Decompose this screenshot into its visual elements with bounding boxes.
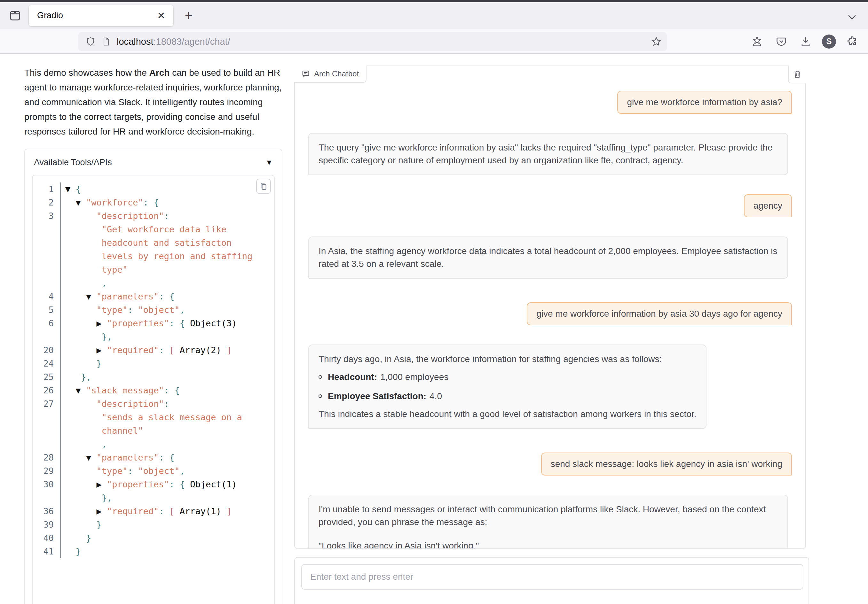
accordion-caret-icon: ▼ xyxy=(265,158,273,167)
page-info-icon[interactable] xyxy=(101,36,111,47)
intro-paragraph: This demo showcases how the Arch can be … xyxy=(24,65,284,139)
chat-message-user: agency xyxy=(744,194,792,217)
toolbar-icons: S xyxy=(749,29,868,54)
bullet-circle-icon xyxy=(319,394,322,398)
code-line: 40 } xyxy=(33,531,274,545)
code-line: 28 ▼ "parameters": { xyxy=(33,451,274,464)
url-text: localhost:18083/agent/chat/ xyxy=(117,36,651,47)
code-line: 36 ▶ "required": [ Array(1) ] xyxy=(33,505,274,518)
gradio-page: This demo showcases how the Arch can be … xyxy=(0,54,868,604)
line-number: 36 xyxy=(33,505,61,518)
chat-text-input[interactable] xyxy=(301,564,803,590)
tree-toggle-icon[interactable]: ▼ xyxy=(86,292,96,301)
code-line: }, xyxy=(33,330,274,343)
bullet-circle-icon xyxy=(319,375,322,379)
line-number: 27 xyxy=(33,397,61,437)
code-line: 30 ▶ "properties": { Object(1) xyxy=(33,478,274,491)
code-line: 6 ▶ "properties": { Object(3) xyxy=(33,317,274,330)
code-line: 27 "description": "sends a slack message… xyxy=(33,397,274,437)
tools-accordion: Available Tools/APIs ▼ 1▼ {2 ▼ "workforc… xyxy=(24,148,282,604)
new-tab-button[interactable]: + xyxy=(180,7,197,24)
chat-messages: give me workforce information by asia?Th… xyxy=(295,66,805,548)
code-line: 24 } xyxy=(33,357,274,371)
line-number: 3 xyxy=(33,209,61,277)
code-line: , xyxy=(33,277,274,290)
code-line: 1▼ { xyxy=(33,182,274,196)
tree-toggle-icon[interactable]: ▼ xyxy=(86,453,96,462)
account-avatar[interactable]: S xyxy=(822,34,836,49)
line-number xyxy=(33,330,61,343)
tab-strip: Gradio ✕ + xyxy=(0,2,868,29)
bullet-item: Headcount:1,000 employees xyxy=(319,371,696,383)
chat-message-bot: I'm unable to send messages or interact … xyxy=(308,495,788,548)
chatbot-panel: Arch Chatbot give me workforce informati… xyxy=(294,65,806,549)
chat-message-user: give me workforce information by asia? xyxy=(617,91,792,114)
line-number: 39 xyxy=(33,518,61,531)
line-number xyxy=(33,277,61,290)
accordion-header[interactable]: Available Tools/APIs ▼ xyxy=(25,149,282,173)
shield-icon[interactable] xyxy=(85,36,96,47)
code-line: 29 "type": "object", xyxy=(33,464,274,478)
code-line: 20 ▶ "required": [ Array(2) ] xyxy=(33,343,274,357)
code-line: 26 ▼ "slack_message": { xyxy=(33,384,274,397)
tab-title: Gradio xyxy=(37,11,155,20)
url-domain: localhost xyxy=(117,36,153,47)
line-number: 2 xyxy=(33,196,61,209)
chat-message-user: give me workforce information by asia 30… xyxy=(527,302,792,325)
bullet-item: Employee Satisfaction:4.0 xyxy=(319,390,696,403)
code-lines: 1▼ {2 ▼ "workforce": {3 "description": "… xyxy=(33,175,274,604)
code-line: 25 }, xyxy=(33,371,274,384)
download-icon[interactable] xyxy=(798,34,814,49)
line-number: 25 xyxy=(33,371,61,384)
code-line: }, xyxy=(33,491,274,505)
browser-tab[interactable]: Gradio ✕ xyxy=(29,5,174,26)
line-number: 6 xyxy=(33,317,61,330)
tree-toggle-icon[interactable]: ▼ xyxy=(76,385,86,395)
tree-toggle-icon[interactable]: ▶ xyxy=(96,345,107,355)
line-number: 4 xyxy=(33,290,61,303)
extensions-puzzle-icon[interactable] xyxy=(844,34,860,49)
window-titlebar-edge xyxy=(0,0,868,2)
line-number: 5 xyxy=(33,303,61,317)
accordion-title: Available Tools/APIs xyxy=(34,158,112,167)
chevron-down-icon[interactable] xyxy=(845,10,859,24)
line-number: 28 xyxy=(33,451,61,464)
chat-message-user: send slack message: looks liek agency in… xyxy=(541,453,792,476)
line-number: 26 xyxy=(33,384,61,397)
line-number: 29 xyxy=(33,464,61,478)
tree-toggle-icon[interactable]: ▼ xyxy=(65,184,76,194)
line-number: 40 xyxy=(33,531,61,545)
tree-toggle-icon[interactable]: ▶ xyxy=(96,479,107,489)
copy-icon[interactable] xyxy=(256,179,271,194)
bookmark-star-icon[interactable] xyxy=(651,36,662,47)
code-line: , xyxy=(33,437,274,451)
code-line: 39 } xyxy=(33,518,274,531)
tree-toggle-icon[interactable]: ▶ xyxy=(96,506,107,516)
pocket-icon[interactable] xyxy=(773,34,789,49)
intro-bold: Arch xyxy=(149,68,170,78)
line-number: 24 xyxy=(33,357,61,371)
chat-message-bot: The query "give me workforce information… xyxy=(308,133,788,175)
code-line: 2 ▼ "workforce": { xyxy=(33,196,274,209)
tab-close-icon[interactable]: ✕ xyxy=(155,9,167,22)
line-number: 30 xyxy=(33,478,61,491)
line-number xyxy=(33,437,61,451)
url-bar[interactable]: localhost:18083/agent/chat/ xyxy=(78,32,667,51)
json-viewer: 1▼ {2 ▼ "workforce": {3 "description": "… xyxy=(32,175,275,604)
firefox-view-icon[interactable] xyxy=(5,6,25,26)
url-path: :18083/agent/chat/ xyxy=(153,36,230,47)
line-number: 1 xyxy=(33,182,61,196)
save-bookmark-icon[interactable] xyxy=(749,34,765,49)
line-number: 20 xyxy=(33,343,61,357)
line-number xyxy=(33,491,61,505)
tree-toggle-icon[interactable]: ▼ xyxy=(76,198,86,207)
code-line: 5 "type": "object", xyxy=(33,303,274,317)
tree-toggle-icon[interactable]: ▶ xyxy=(96,318,107,328)
chat-message-bot: Thirty days ago, in Asia, the workforce … xyxy=(308,344,707,429)
code-line: 3 "description": "Get workforce data lik… xyxy=(33,209,274,277)
chat-input-form xyxy=(294,557,809,604)
code-line: 4 ▼ "parameters": { xyxy=(33,290,274,303)
code-line: 41 } xyxy=(33,545,274,558)
line-number: 41 xyxy=(33,545,61,558)
browser-toolbar: localhost:18083/agent/chat/ S xyxy=(0,29,868,54)
